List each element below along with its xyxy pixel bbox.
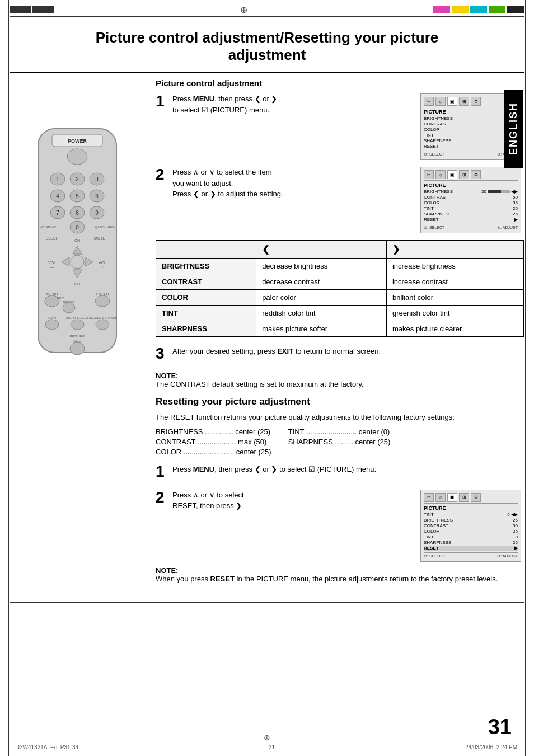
s3-val-t2: 0 bbox=[516, 534, 518, 539]
step1-content: 1 Press MENU, then press ❮ or ❯ to selec… bbox=[156, 93, 413, 125]
svg-text:2: 2 bbox=[76, 176, 79, 182]
si2-monitor: ▣ bbox=[447, 170, 457, 179]
table-col-header-label bbox=[156, 241, 256, 259]
reset-step2-container: 2 Press ∧ or ∨ to select RESET, then pre… bbox=[156, 490, 524, 562]
right-panel: Picture control adjustment 1 Press MENU,… bbox=[144, 78, 524, 591]
note2-reset-bold: RESET bbox=[210, 575, 235, 583]
bottom-horizontal-line bbox=[10, 602, 524, 603]
table-cell-left: decrease contrast bbox=[256, 274, 387, 290]
svg-text:-/DISPLAY: -/DISPLAY bbox=[40, 226, 57, 229]
screen-row-brightness: BRIGHTNESS 50 bbox=[424, 116, 518, 121]
screen3-sharpness: SHARPNESS 25 bbox=[424, 540, 518, 545]
table-cell-label: BRIGHTNESS bbox=[156, 259, 256, 274]
s3-label-color: COLOR bbox=[424, 529, 439, 534]
si-monitor: ▣ bbox=[447, 97, 457, 106]
remote-container: POWER 1 2 3 4 5 6 7 bbox=[10, 123, 144, 364]
screen-row-contrast: CONTRAST 50 bbox=[424, 121, 518, 126]
s3-val-b: 25 bbox=[513, 518, 518, 523]
screen-row-reset: RESET ▶ bbox=[424, 144, 518, 149]
step1-text: Press MENU, then press ❮ or ❯ to select … bbox=[172, 93, 413, 115]
table-cell-right: increase contrast bbox=[386, 274, 523, 290]
right-border bbox=[525, 0, 526, 756]
screen2-row-tint: TINT 25 bbox=[424, 206, 518, 211]
table-row: COLOR paler color brilliant color bbox=[156, 290, 524, 306]
screen2-row-reset: RESET ▶ bbox=[424, 217, 518, 222]
s3-label-sharpness: SHARPNESS bbox=[424, 540, 451, 545]
table-row: SHARPNESS makes picture softer makes pic… bbox=[156, 321, 524, 337]
row-label-brightness: BRIGHTNESS bbox=[424, 116, 453, 121]
table-cell-right: brilliant color bbox=[386, 290, 523, 306]
step3-number: 3 bbox=[156, 346, 168, 361]
table-cell-label: COLOR bbox=[156, 290, 256, 306]
reset-step2-text: Press ∧ or ∨ to select RESET, then press… bbox=[172, 490, 409, 511]
s2-label-color: COLOR bbox=[424, 200, 439, 205]
reset-step2: 2 Press ∧ or ∨ to select RESET, then pre… bbox=[156, 490, 409, 511]
s3-label-reset: RESET bbox=[424, 546, 439, 551]
adjustment-table: ❮ ❯ BRIGHTNESS decrease brightness incre… bbox=[156, 240, 524, 337]
screen-row-sharpness: SHARPNESS 25 bbox=[424, 138, 518, 143]
s3-label-tint2: TINT bbox=[424, 534, 434, 539]
step1-number: 1 bbox=[156, 93, 168, 109]
s3-val-c: 50 bbox=[513, 523, 518, 528]
reset-col-left: BRIGHTNESS .............. center (25) CO… bbox=[156, 428, 271, 456]
bar-block-2 bbox=[32, 6, 54, 13]
s2-label-sharpness: SHARPNESS bbox=[424, 212, 451, 217]
screen-bottom-3: ⊙: SELECT ⊙: ADJUST bbox=[424, 552, 518, 558]
reset-step1-number: 1 bbox=[156, 464, 168, 480]
s2-val-sharpness: 25 bbox=[513, 212, 518, 217]
brightness-fill bbox=[488, 190, 501, 193]
svg-text:SLEEP: SLEEP bbox=[46, 236, 59, 240]
si-sun: ☼ bbox=[435, 97, 446, 106]
reset-step2-text-area: 2 Press ∧ or ∨ to select RESET, then pre… bbox=[156, 490, 409, 522]
svg-text:—: — bbox=[50, 265, 54, 269]
s3-label-brightness: BRIGHTNESS bbox=[424, 518, 453, 523]
svg-point-51 bbox=[96, 320, 109, 330]
left-border bbox=[8, 0, 9, 756]
svg-text:5: 5 bbox=[76, 193, 79, 199]
svg-text:TV/AV: TV/AV bbox=[48, 316, 57, 320]
s2-label-reset: RESET bbox=[424, 217, 439, 222]
screen3-tint2: TINT 0 bbox=[424, 534, 518, 539]
table-cell-left: paler color bbox=[256, 290, 387, 306]
step1-menu-bold: MENU bbox=[193, 95, 214, 103]
bar-block-1 bbox=[10, 6, 31, 13]
step1-container: 1 Press MENU, then press ❮ or ❯ to selec… bbox=[156, 93, 524, 160]
step2-container: 2 Press ∧ or ∨ to select the item you wa… bbox=[156, 167, 524, 233]
reset-defaults: BRIGHTNESS .............. center (25) CO… bbox=[156, 428, 524, 456]
color-block-black bbox=[507, 6, 524, 13]
screen3-brightness: BRIGHTNESS 25 bbox=[424, 518, 518, 523]
svg-text:VOL: VOL bbox=[99, 261, 106, 265]
screen3-adjust-label: ⊙: ADJUST bbox=[497, 554, 518, 558]
english-sidebar: ENGLISH bbox=[504, 90, 523, 168]
s2-val-tint: 25 bbox=[513, 206, 518, 211]
si-gear: ⚙ bbox=[471, 97, 481, 106]
screen3-contrast: CONTRAST 50 bbox=[424, 523, 518, 528]
si3-scissors: ✂ bbox=[424, 493, 434, 502]
reset-section: Resetting your picture adjustment The RE… bbox=[156, 396, 524, 583]
si3-monitor: ▣ bbox=[447, 493, 457, 502]
screen2-row-contrast: CONTRAST 50 bbox=[424, 195, 518, 200]
svg-text:CLOSED CAPTION: CLOSED CAPTION bbox=[89, 316, 116, 320]
si3-clock: ⊞ bbox=[459, 493, 469, 502]
table-cell-label: TINT bbox=[156, 306, 256, 321]
svg-point-45 bbox=[95, 295, 110, 307]
row-label-sharpness: SHARPNESS bbox=[424, 138, 451, 143]
brightness-val: 30 bbox=[481, 189, 486, 194]
note1-text: The CONTRAST default setting is set to m… bbox=[156, 380, 524, 388]
table-row: BRIGHTNESS decrease brightness increase … bbox=[156, 259, 524, 274]
note2-text: When you press RESET in the PICTURE menu… bbox=[156, 575, 524, 583]
step2-content: 2 Press ∧ or ∨ to select the item you wa… bbox=[156, 167, 413, 210]
top-bar-right bbox=[433, 4, 524, 15]
screen3-color: COLOR 25 bbox=[424, 529, 518, 534]
step2-text: Press ∧ or ∨ to select the item you want… bbox=[172, 167, 413, 200]
remote-control-image: POWER 1 2 3 4 5 6 7 bbox=[21, 123, 133, 364]
svg-text:SIZE: SIZE bbox=[73, 339, 81, 342]
default-brightness: BRIGHTNESS .............. center (25) bbox=[156, 428, 271, 436]
s3-val: 5 ◀▶ bbox=[507, 512, 518, 517]
si2-gear: ⚙ bbox=[471, 170, 481, 179]
svg-text:1: 1 bbox=[56, 176, 59, 182]
color-block-green bbox=[489, 6, 505, 13]
svg-point-3 bbox=[67, 149, 87, 165]
svg-text:9: 9 bbox=[95, 210, 99, 216]
table-col-header-left: ❮ bbox=[256, 241, 387, 259]
